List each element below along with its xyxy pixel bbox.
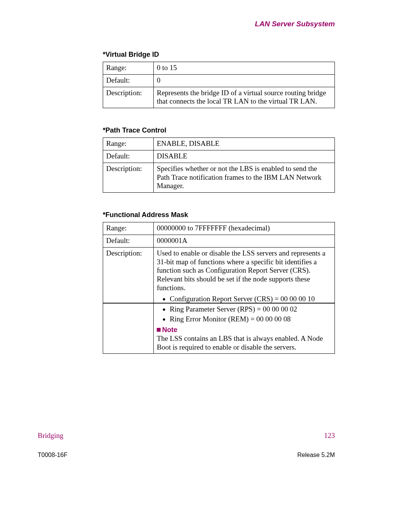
description-label: Description: xyxy=(103,87,154,108)
default-label: Default: xyxy=(103,74,154,87)
list-item: Ring Error Monitor (REM) = 00 00 00 08 xyxy=(170,315,331,324)
table-row: Default: 0000001A xyxy=(103,235,335,247)
default-value: 0 xyxy=(154,74,335,87)
table-row: Range: ENABLE, DISABLE xyxy=(103,138,335,150)
description-label: Description: xyxy=(103,247,154,354)
default-value: DISABLE xyxy=(154,150,335,163)
range-value: 00000000 to 7FFFFFFF (hexadecimal) xyxy=(154,222,335,235)
param-table-vbid: Range: 0 to 15 Default: 0 Description: R… xyxy=(103,62,335,108)
default-label: Default: xyxy=(103,235,154,247)
range-label: Range: xyxy=(103,222,154,235)
table-row: Description: Represents the bridge ID of… xyxy=(103,87,335,108)
param-table-fam: Range: 00000000 to 7FFFFFFF (hexadecimal… xyxy=(103,222,335,354)
section-heading-vbid: *Virtual Bridge ID xyxy=(103,51,335,59)
note-text: The LSS contains an LBS that is always e… xyxy=(157,334,331,352)
doc-number: T0008-16F xyxy=(38,452,67,458)
chapter-name: Bridging xyxy=(38,431,64,439)
table-row: Description: Specifies whether or not th… xyxy=(103,163,335,192)
square-icon xyxy=(157,328,161,332)
table-row: Default: 0 xyxy=(103,74,335,87)
list-item: Configuration Report Server (CRS) = 00 0… xyxy=(170,295,331,304)
description-value: Represents the bridge ID of a virtual so… xyxy=(154,87,335,108)
doc-footer: T0008-16F Release 5.2M xyxy=(38,452,335,459)
range-label: Range: xyxy=(103,138,154,150)
default-label: Default: xyxy=(103,150,154,163)
description-bullets: Configuration Report Server (CRS) = 00 0… xyxy=(157,295,331,324)
table-row: Range: 0 to 15 xyxy=(103,62,335,75)
default-value: 0000001A xyxy=(154,235,335,247)
note-heading: Note xyxy=(157,326,331,334)
release-label: Release 5.2M xyxy=(297,452,335,459)
range-value: ENABLE, DISABLE xyxy=(154,138,335,150)
table-row: Range: 00000000 to 7FFFFFFF (hexadecimal… xyxy=(103,222,335,235)
table-row: Default: DISABLE xyxy=(103,150,335,163)
section-heading-ptc: *Path Trace Control xyxy=(103,126,335,134)
main-content: *Virtual Bridge ID Range: 0 to 15 Defaul… xyxy=(103,51,335,354)
chapter-footer: Bridging 123 xyxy=(38,431,335,440)
description-value: Specifies whether or not the LBS is enab… xyxy=(154,163,335,192)
note-label-text: Note xyxy=(162,326,177,334)
page: LAN Server Subsystem *Virtual Bridge ID … xyxy=(0,0,411,532)
table-row: Description: Used to enable or disable t… xyxy=(103,247,335,354)
section-divider xyxy=(103,303,335,304)
range-label: Range: xyxy=(103,62,154,75)
section-heading-fam: *Functional Address Mask xyxy=(103,211,335,219)
description-value: Used to enable or disable the LSS server… xyxy=(157,249,331,292)
list-item: Ring Parameter Server (RPS) = 00 00 00 0… xyxy=(170,305,331,314)
page-number: 123 xyxy=(324,431,335,440)
description-cell: Used to enable or disable the LSS server… xyxy=(154,247,335,354)
running-header: LAN Server Subsystem xyxy=(255,20,335,28)
param-table-ptc: Range: ENABLE, DISABLE Default: DISABLE … xyxy=(103,137,335,193)
range-value: 0 to 15 xyxy=(154,62,335,75)
description-label: Description: xyxy=(103,163,154,192)
